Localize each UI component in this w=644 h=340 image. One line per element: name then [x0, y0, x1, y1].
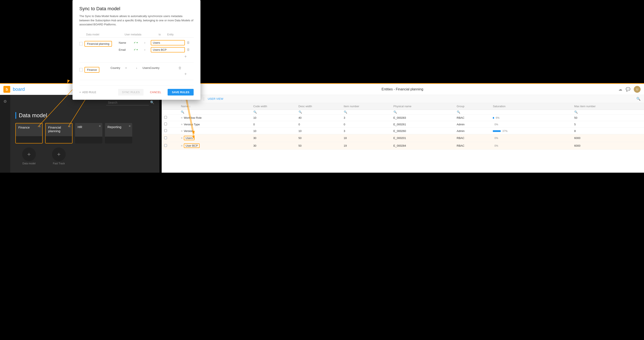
th-physical-name[interactable]: Physical name — [391, 103, 454, 110]
cell-item-number: 19 — [341, 142, 391, 150]
right-app-title: Entities - Financial planning — [189, 87, 616, 91]
dm-card-reporting[interactable]: Reporting ≡ — [105, 123, 132, 143]
search-input[interactable] — [106, 100, 149, 105]
add-metadata-row2[interactable]: + — [110, 72, 194, 76]
cell-max-item: 5 — [572, 121, 644, 128]
metadata-row-country: Country ▾ › UsersCountry 🗑 — [110, 66, 194, 70]
entity-tag-row: User BCP — [184, 143, 200, 148]
dm-card-menu-hr[interactable]: ≡ — [99, 124, 101, 128]
cell-group: Admin — [454, 121, 490, 128]
settings-icon[interactable]: ⚙ — [4, 97, 7, 105]
cell-desc-width: 40 — [296, 114, 341, 121]
metadata-row-name: Name ✔ ▾ › Users 🗑 — [119, 40, 194, 45]
cell-physical-name: E_000261 — [391, 121, 454, 128]
add-data-model[interactable]: + Data model — [15, 146, 43, 166]
table-search-row: 🔍 🔍 🔍 🔍 🔍 🔍 🔍 — [162, 110, 644, 114]
search-icon-name: 🔍 — [181, 110, 184, 114]
sync-rules-button[interactable]: SYNC RULES — [118, 89, 144, 95]
add-fast-track-circle: + — [52, 147, 66, 161]
th-group[interactable]: Group — [454, 103, 490, 110]
add-rule-button[interactable]: + ADD RULE — [79, 91, 96, 94]
dm-card-menu-reporting[interactable]: ≡ — [129, 124, 130, 128]
row-icon: ≡ — [181, 123, 182, 126]
dm-card-finance[interactable]: Finance ≡ — [15, 123, 43, 143]
row-checkbox[interactable] — [164, 144, 167, 147]
cell-item-number: 3 — [341, 128, 391, 134]
row-checkbox[interactable] — [164, 116, 167, 119]
delete-email-row[interactable]: 🗑 — [186, 48, 191, 51]
saturation-label: 0% — [494, 144, 498, 147]
add-data-model-circle: + — [22, 147, 36, 161]
cell-group: Admin — [454, 128, 490, 134]
right-toolbar: + ENTITY | CLEAR ALL | USER VIEW 🔍 — [162, 95, 644, 103]
svg-line-6 — [68, 81, 68, 83]
table-row: ≡Version 10 10 3 E_000260 Admin 37% 8 — [162, 128, 644, 134]
cell-desc-width: 10 — [296, 128, 341, 134]
sync-dialog: Sync to Data model The Sync to Data Mode… — [72, 0, 200, 100]
saturation-label: 37% — [502, 130, 508, 133]
cell-code-width: 10 — [251, 128, 296, 134]
th-saturation[interactable]: Saturation — [490, 103, 572, 110]
dm-card-menu-finance[interactable]: ≡ — [39, 125, 40, 128]
dm-card-menu-financial-planning[interactable]: ≡ — [69, 125, 70, 128]
row1-data-model-tag: Financial planning — [84, 41, 112, 47]
th-max-item-number[interactable]: Max item number — [572, 103, 644, 110]
table-row: ≡Version Type 0 0 0 E_000261 Admin 0% 5 — [162, 121, 644, 128]
metadata-row-email: Email ✔ ▾ › Users BCP 🗑 — [119, 47, 194, 52]
dm-card-financial-planning[interactable]: Financial planning ≡ — [45, 123, 72, 143]
user-view-button[interactable]: USER VIEW — [208, 97, 223, 100]
delete-name-row[interactable]: 🗑 — [186, 41, 191, 44]
right-user-avatar[interactable]: U — [634, 86, 640, 93]
table-row: ≡Workflow Role 10 40 3 E_000283 RBAC 6% … — [162, 114, 644, 121]
save-rules-button[interactable]: SAVE RULES — [168, 89, 194, 95]
saturation-label: 0% — [494, 123, 498, 126]
col-header-user-metadata: User metadata — [124, 33, 159, 36]
row-icon: ≡ — [181, 116, 182, 119]
add-rule-plus: + — [79, 91, 81, 94]
cell-desc-width: 50 — [296, 142, 341, 150]
right-chat-icon[interactable]: 💬 — [626, 87, 630, 92]
dm-card-hr[interactable]: HR ≡ — [75, 123, 102, 143]
dialog-title: Sync to Data model — [79, 6, 194, 11]
th-name[interactable]: Name ↕ — [178, 103, 250, 110]
add-metadata-row1[interactable]: + — [119, 54, 194, 59]
right-cloud-icon[interactable]: ☁ — [618, 87, 622, 92]
row-icon: ≡ — [181, 129, 182, 133]
th-desc-width[interactable]: Desc width — [296, 103, 341, 110]
page-title: Data model — [15, 112, 154, 119]
cell-max-item: 6000 — [572, 142, 644, 150]
search-icon: 🔍 — [150, 100, 154, 110]
row-icon: ≡ — [181, 144, 182, 147]
meta-label-country: Country — [110, 66, 126, 69]
toolbar-sep-2: | — [204, 97, 204, 101]
right-app-header: b board Entities - Financial planning ☁ … — [162, 84, 644, 95]
row-checkbox[interactable] — [164, 136, 167, 139]
cell-code-width: 10 — [251, 114, 296, 121]
dialog-description: The Sync to Data Model feature allows to… — [79, 14, 194, 27]
dialog-row-group-2: Finance Country ▾ › UsersCountry 🗑 + — [79, 64, 194, 80]
entity-users-country: UsersCountry — [142, 66, 176, 69]
row-checkbox[interactable] — [164, 129, 167, 132]
meta-check-name: ✔ ▾ — [134, 41, 144, 44]
toolbar-search-icon[interactable]: 🔍 — [636, 97, 640, 101]
row-checkbox[interactable] — [164, 123, 167, 125]
cell-physical-name: E_000260 — [391, 128, 454, 134]
cell-saturation: 6% — [490, 114, 572, 121]
right-header-icons: ☁ 💬 U — [618, 86, 640, 93]
country-dropdown-arrow[interactable]: ▾ — [126, 66, 136, 69]
delete-country-row[interactable]: 🗑 — [178, 66, 183, 70]
th-code-width[interactable]: Code width — [251, 103, 296, 110]
add-fast-track[interactable]: + Fast Track — [45, 146, 72, 166]
meta-check-email: ✔ ▾ — [134, 48, 144, 51]
dialog-footer: + ADD RULE SYNC RULES CANCEL SAVE RULES — [79, 85, 194, 95]
cell-item-number: 3 — [341, 114, 391, 121]
table-row: ≡Users 30 50 18 E_000201 RBAC 0% 6000 — [162, 134, 644, 142]
search-icon-max: 🔍 — [574, 110, 578, 114]
row2-checkbox[interactable] — [79, 68, 83, 71]
cancel-button[interactable]: CANCEL — [146, 89, 165, 95]
cell-code-width: 0 — [251, 121, 296, 128]
th-item-number[interactable]: Item number — [341, 103, 391, 110]
entity-table-container: Name ↕ Code width Desc width Item number… — [162, 103, 644, 173]
meta-arrow-country: › — [136, 66, 142, 70]
row1-checkbox[interactable] — [79, 42, 83, 45]
